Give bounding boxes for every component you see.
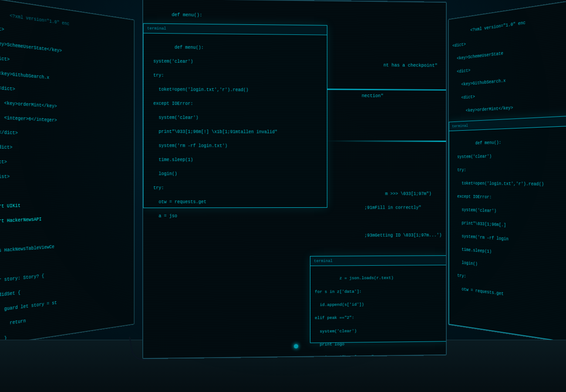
monitor-right: <?xml version="1.0" enc <dict> <key>Sche…: [448, 0, 566, 347]
terminal-title-text: terminal: [147, 26, 166, 31]
overlay-code: def menu(): system('clear') try: toket=o…: [144, 34, 327, 231]
bottom-center-code: z = json.loads(r.text) for s in z['data'…: [310, 265, 446, 358]
monitor-center: def menu(): system('clear') try: otw = r…: [142, 0, 447, 359]
center-right-text: nt has a checkpoint" nection": [362, 54, 438, 108]
bottom-center-terminal: terminal z = json.loads(r.text) for s in…: [310, 255, 446, 343]
monitor-left-screen: <?xml version="1.0" enc <dict> <key>Sche…: [0, 0, 134, 347]
bottom-terminal-title: terminal: [314, 259, 333, 263]
monitor-right-screen: <?xml version="1.0" enc <dict> <key>Sche…: [449, 0, 566, 346]
right-terminal: terminal def menu(): system('clear') try…: [449, 115, 566, 346]
monitor-center-screen: def menu(): system('clear') try: otw = r…: [143, 0, 446, 358]
right-bottom-code: def menu(): system('clear') try: toket=o…: [449, 125, 566, 320]
monitor-left: <?xml version="1.0" enc <dict> <key>Sche…: [0, 0, 135, 348]
bottom-terminal-titlebar: terminal: [310, 256, 446, 266]
left-monitor-top-code: <?xml version="1.0" enc <dict> <key>Sche…: [0, 0, 134, 347]
scene: <?xml version="1.0" enc <dict> <key>Sche…: [0, 0, 566, 392]
center-right-bottom-code: m >>> \033[1;97m") ;91mFill in correctly…: [364, 184, 441, 246]
power-button[interactable]: [294, 344, 298, 348]
center-overlay-terminal: terminal def menu(): system('clear') try…: [143, 23, 327, 208]
